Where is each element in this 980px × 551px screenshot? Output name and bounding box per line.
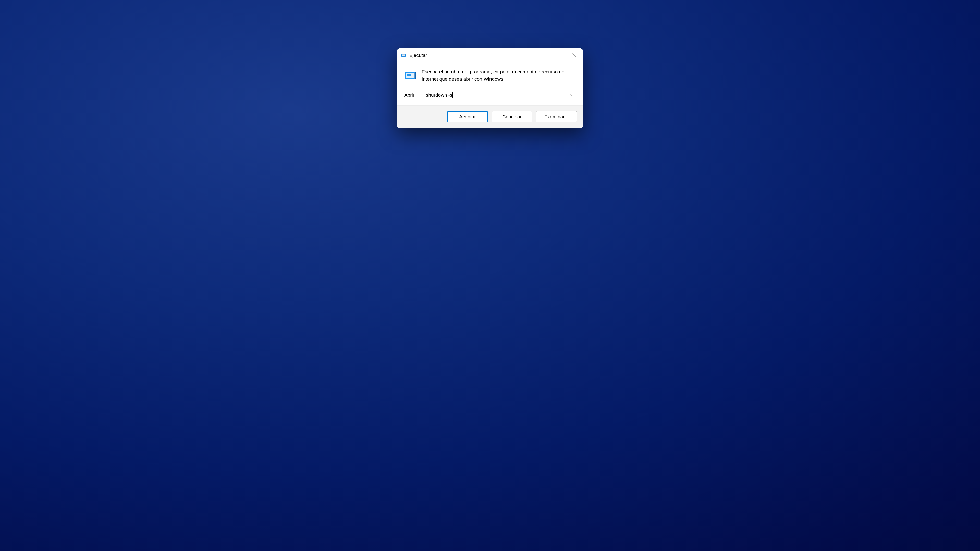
combobox-dropdown-button[interactable]	[567, 90, 576, 100]
close-icon	[572, 53, 576, 57]
cancel-button[interactable]: Cancelar	[492, 111, 532, 122]
run-icon	[401, 52, 406, 58]
ok-button[interactable]: Aceptar	[447, 111, 488, 122]
dialog-title: Ejecutar	[409, 52, 427, 58]
chevron-down-icon	[570, 94, 573, 97]
open-input[interactable]	[423, 90, 567, 100]
open-label: Abrir:	[404, 92, 418, 98]
dialog-footer: Aceptar Cancelar Examinar...	[397, 105, 583, 128]
run-dialog: Ejecutar Escriba el nombre del programa,…	[397, 48, 583, 128]
open-combobox[interactable]	[423, 89, 576, 101]
titlebar[interactable]: Ejecutar	[397, 48, 583, 62]
browse-button[interactable]: Examinar...	[536, 111, 577, 122]
svg-rect-2	[402, 55, 404, 56]
svg-rect-7	[407, 75, 411, 76]
run-icon-large	[404, 69, 417, 82]
dialog-description: Escriba el nombre del programa, carpeta,…	[422, 68, 576, 83]
close-button[interactable]	[568, 50, 581, 61]
